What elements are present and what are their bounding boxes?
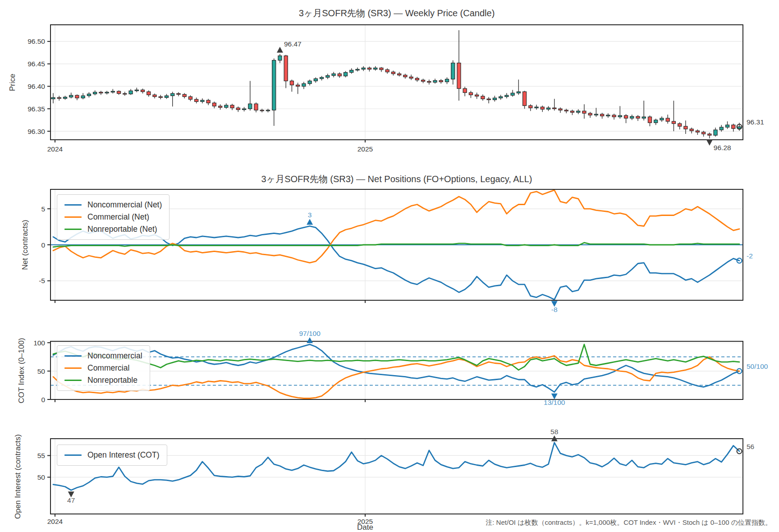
candle-up — [69, 95, 73, 97]
legend-label: Open Interest (COT) — [87, 450, 160, 460]
candle-down — [296, 85, 300, 86]
candle-down — [702, 132, 706, 134]
candle-down — [684, 126, 687, 129]
nonreportable-line-swatch — [64, 229, 82, 230]
min-annotation-label: 47 — [67, 496, 75, 504]
max-annotation-label: 97/100 — [299, 330, 321, 337]
candle-up — [660, 118, 664, 120]
candle-down — [159, 96, 162, 97]
candle-up — [547, 108, 550, 109]
candle-up — [451, 63, 455, 79]
candle-up — [81, 96, 85, 98]
legend-item-nonreportable-net: Nonreportable (Net) — [64, 223, 162, 235]
y-tick-label: 96.40 — [27, 83, 45, 90]
x-tick-label: 2024 — [47, 145, 63, 153]
cot-index-ylabel: COT Index (0–100) — [17, 338, 26, 403]
candle-down — [588, 113, 592, 115]
candle-down — [666, 118, 669, 121]
candle-down — [672, 121, 675, 124]
legend-item-commercial-net: Commercial (Net) — [64, 211, 162, 223]
y-tick-label: 5 — [41, 205, 45, 213]
y-tick-label: 50 — [37, 473, 46, 481]
candle-down — [380, 68, 383, 70]
candle-up — [594, 114, 598, 115]
candle-down — [260, 110, 264, 111]
candle-up — [344, 73, 348, 76]
open-interest-panel-legend: Open Interest (COT) — [57, 445, 167, 466]
min-annotation-label: 96.28 — [714, 144, 731, 151]
candle-down — [290, 81, 293, 85]
candle-down — [415, 78, 419, 80]
candle-up — [129, 91, 133, 94]
candle-down — [117, 91, 121, 93]
x-tick-label: 2024 — [47, 518, 63, 525]
legend-label: Commercial — [87, 363, 129, 373]
candle-up — [517, 92, 520, 93]
candle-up — [362, 68, 365, 69]
candle-up — [63, 97, 67, 98]
nonreportable-line-swatch — [64, 380, 82, 381]
candle-up — [535, 107, 538, 108]
candle-down — [367, 68, 371, 69]
candle-up — [272, 60, 276, 110]
min-annotation-label: 13/100 — [544, 399, 565, 406]
candle-down — [559, 109, 562, 110]
candle-down — [99, 92, 103, 93]
candle-down — [612, 115, 616, 117]
candle-up — [445, 79, 449, 82]
max-marker — [307, 337, 313, 343]
y-tick-label: 50 — [37, 367, 46, 375]
candle-up — [320, 78, 324, 79]
legend-label: Noncommercial (Net) — [87, 200, 162, 210]
legend-label: Nonreportable (Net) — [87, 225, 157, 234]
candle-up — [719, 127, 723, 130]
candle-down — [141, 90, 145, 92]
candle-down — [147, 92, 151, 95]
candle-up — [606, 115, 610, 116]
legend-item-commercial: Commercial — [64, 362, 142, 374]
candle-up — [714, 130, 717, 135]
y-tick-label: 55 — [37, 452, 45, 459]
price-ylabel: Price — [8, 74, 17, 92]
candle-down — [195, 99, 198, 101]
candle-up — [374, 68, 377, 69]
y-tick-label: 100 — [33, 339, 45, 347]
min-marker — [706, 140, 713, 146]
candle-up — [618, 115, 622, 117]
candle-up — [654, 120, 658, 123]
candle-up — [201, 100, 204, 101]
candle-up — [51, 97, 55, 99]
candle-down — [469, 92, 472, 95]
y-tick-label: 0 — [41, 241, 45, 249]
candle-up — [577, 111, 580, 112]
last-value-label: -2 — [747, 252, 753, 260]
cot-index-panel-legend: Noncommercial Commercial Nonreportable — [57, 345, 150, 391]
legend-item-open-interest: Open Interest (COT) — [64, 449, 160, 461]
noncommercial-line-swatch — [64, 355, 82, 357]
candle-up — [266, 110, 270, 111]
candle-down — [636, 116, 640, 118]
price-panel-title: 3ヶ月SOFR先物 (SR3) — Weekly Price (Candle) — [50, 7, 743, 19]
candle-down — [183, 94, 186, 96]
candle-up — [93, 92, 97, 94]
noncommercial-cot-index-line — [53, 344, 739, 392]
candle-down — [385, 70, 389, 72]
candle-up — [278, 56, 282, 60]
y-tick-label: 96.50 — [27, 37, 45, 45]
candle-up — [225, 105, 228, 107]
candle-down — [648, 117, 652, 123]
candle-up — [308, 81, 312, 84]
candle-down — [212, 103, 216, 106]
candle-down — [409, 77, 413, 78]
legend-label: Nonreportable — [87, 376, 137, 385]
max-annotation-label: 58 — [550, 428, 558, 436]
candle-up — [356, 69, 359, 70]
candle-up — [105, 92, 109, 93]
commercial-line-swatch — [64, 367, 82, 369]
candle-up — [433, 81, 437, 83]
y-tick-label: 96.45 — [27, 60, 45, 68]
candle-down — [236, 108, 240, 110]
y-tick-label: 0 — [41, 396, 45, 404]
panel-border — [50, 341, 743, 399]
candle-down — [427, 82, 431, 83]
